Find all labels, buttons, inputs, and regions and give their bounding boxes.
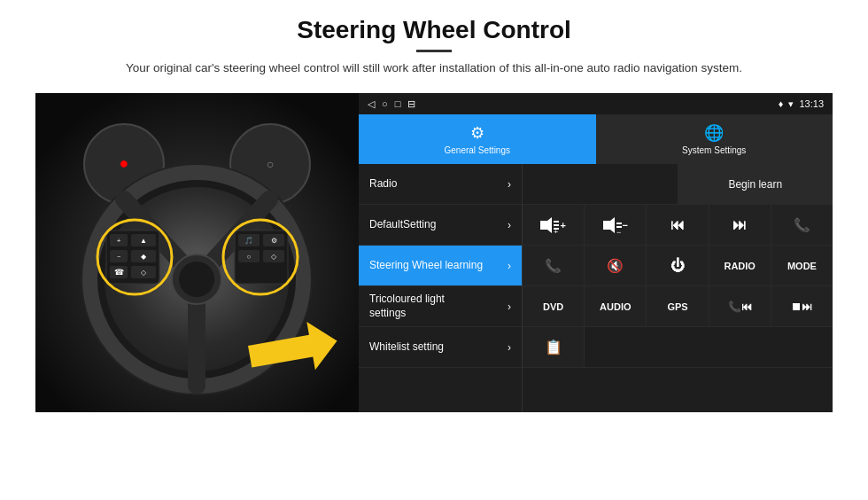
chevron-right-icon: › xyxy=(508,341,511,354)
next-icon: ⏭ xyxy=(732,217,747,233)
grid-row-2: + + − − xyxy=(523,205,833,246)
list-button[interactable]: 📋 xyxy=(523,327,585,367)
dvd-label: DVD xyxy=(543,301,563,312)
power-button[interactable]: ⏻ xyxy=(647,246,709,285)
menu-item-default[interactable]: DefaultSetting › xyxy=(359,205,522,246)
menu-item-tricolour[interactable]: Tricoloured lightsettings › xyxy=(359,286,522,327)
status-right: ♦ ▾ 13:13 xyxy=(779,98,824,110)
mode-label: MODE xyxy=(787,261,817,271)
svg-text:●: ● xyxy=(120,154,129,172)
call-icon: 📞 xyxy=(794,217,810,233)
svg-text:−: − xyxy=(616,228,621,233)
svg-text:⚙: ⚙ xyxy=(271,237,277,245)
menu-item-whitelist[interactable]: Whitelist setting › xyxy=(359,327,522,368)
back-icon[interactable]: ◁ xyxy=(368,98,375,110)
page-title: Steering Wheel Control xyxy=(126,16,742,44)
empty-5-2 xyxy=(585,327,647,367)
next-track-button[interactable]: ⏭ xyxy=(709,205,771,245)
prev-track-button[interactable]: ⏮ xyxy=(647,205,709,245)
tab-general-settings[interactable]: ⚙ General Settings xyxy=(359,114,596,164)
svg-text:+: + xyxy=(117,237,121,245)
empty-5-4 xyxy=(709,327,771,367)
tab-bar: ⚙ General Settings 🌐 System Settings xyxy=(359,114,833,164)
menu-steering-label: Steering Wheel learning xyxy=(369,259,483,273)
skip-next-button[interactable]: ⏹⏭ xyxy=(771,286,833,326)
mode-button[interactable]: MODE xyxy=(771,246,833,285)
mute-icon: 🔇 xyxy=(607,258,624,274)
status-bar: ◁ ○ □ ⊟ ♦ ▾ 13:13 xyxy=(359,93,833,114)
grid-row-4: DVD AUDIO GPS 📞⏮ ⏹⏭ xyxy=(523,286,833,327)
dvd-button[interactable]: DVD xyxy=(523,286,585,326)
begin-learn-label: Begin learn xyxy=(728,178,782,191)
radio-label: RADIO xyxy=(724,261,755,271)
subtitle: Your original car's steering wheel contr… xyxy=(126,59,742,77)
gps-button[interactable]: GPS xyxy=(647,286,709,326)
empty-5-5 xyxy=(771,327,833,367)
audio-button[interactable]: AUDIO xyxy=(585,286,647,326)
title-divider xyxy=(416,50,452,52)
svg-text:◇: ◇ xyxy=(141,269,147,277)
call-prev-icon: 📞⏮ xyxy=(728,301,752,313)
svg-point-12 xyxy=(179,262,214,297)
empty-cell-1 xyxy=(523,164,678,204)
answer-button[interactable]: 📞 xyxy=(523,246,585,285)
svg-text:🎵: 🎵 xyxy=(244,236,253,245)
vol-up-button[interactable]: + + xyxy=(523,205,585,245)
recents-icon[interactable]: □ xyxy=(395,98,401,109)
list-icon: 📋 xyxy=(545,339,562,355)
svg-text:−: − xyxy=(117,254,120,260)
svg-text:▲: ▲ xyxy=(140,237,147,245)
tab-system-label: System Settings xyxy=(682,145,746,155)
page-container: Steering Wheel Control Your original car… xyxy=(0,0,868,500)
vol-down-button[interactable]: − − xyxy=(585,205,647,245)
menu-tricolour-label: Tricoloured lightsettings xyxy=(369,293,445,320)
content-area: ● ○ xyxy=(35,93,833,412)
svg-text:○: ○ xyxy=(247,253,252,261)
menu-icon[interactable]: ⊟ xyxy=(407,98,415,110)
chevron-right-icon: › xyxy=(508,178,511,191)
chevron-right-icon: › xyxy=(508,260,511,272)
chevron-right-icon: › xyxy=(508,219,511,231)
svg-marker-43 xyxy=(603,217,615,233)
svg-text:◆: ◆ xyxy=(141,253,147,261)
svg-text:+: + xyxy=(554,228,558,233)
home-icon[interactable]: ○ xyxy=(382,98,388,109)
menu-default-label: DefaultSetting xyxy=(369,218,436,232)
clock: 13:13 xyxy=(799,98,824,109)
vol-up-label: + xyxy=(560,220,565,230)
status-nav-icons: ◁ ○ □ ⊟ xyxy=(368,98,415,110)
svg-text:☎: ☎ xyxy=(114,268,124,277)
chevron-right-icon: › xyxy=(508,301,511,313)
begin-learn-button[interactable]: Begin learn xyxy=(678,164,833,204)
radio-button[interactable]: RADIO xyxy=(709,246,771,285)
call-prev-button[interactable]: 📞⏮ xyxy=(709,286,771,326)
audio-label: AUDIO xyxy=(600,301,631,312)
grid-row-3: 📞 🔇 ⏻ RADIO MODE xyxy=(523,246,833,286)
main-content: Radio › DefaultSetting › Steering Wheel … xyxy=(359,164,833,412)
mute-button[interactable]: 🔇 xyxy=(585,246,647,285)
svg-marker-38 xyxy=(540,217,552,233)
power-icon: ⏻ xyxy=(670,258,685,274)
menu-radio-label: Radio xyxy=(369,177,397,191)
car-image-section: ● ○ xyxy=(35,93,359,412)
menu-item-radio[interactable]: Radio › xyxy=(359,164,522,205)
prev-icon: ⏮ xyxy=(670,217,685,233)
gps-label: GPS xyxy=(667,301,687,312)
left-menu: Radio › DefaultSetting › Steering Wheel … xyxy=(359,164,523,412)
vol-down-label: − xyxy=(623,220,628,230)
menu-item-steering[interactable]: Steering Wheel learning › xyxy=(359,246,522,286)
grid-row-5: 📋 xyxy=(523,327,833,368)
empty-5-3 xyxy=(647,327,709,367)
right-grid: Begin learn + xyxy=(523,164,833,412)
android-ui: ◁ ○ □ ⊟ ♦ ▾ 13:13 ⚙ General Settings xyxy=(359,93,833,412)
skip-next-icon: ⏹⏭ xyxy=(791,301,812,313)
menu-whitelist-label: Whitelist setting xyxy=(369,340,444,355)
title-section: Steering Wheel Control Your original car… xyxy=(126,16,742,88)
location-icon: ♦ xyxy=(779,98,784,109)
globe-icon: 🌐 xyxy=(704,123,724,143)
settings-gear-icon: ⚙ xyxy=(470,123,484,143)
tab-general-label: General Settings xyxy=(445,145,511,155)
wifi-icon: ▾ xyxy=(788,98,794,110)
tab-system-settings[interactable]: 🌐 System Settings xyxy=(596,114,833,164)
call-button[interactable]: 📞 xyxy=(771,205,833,245)
